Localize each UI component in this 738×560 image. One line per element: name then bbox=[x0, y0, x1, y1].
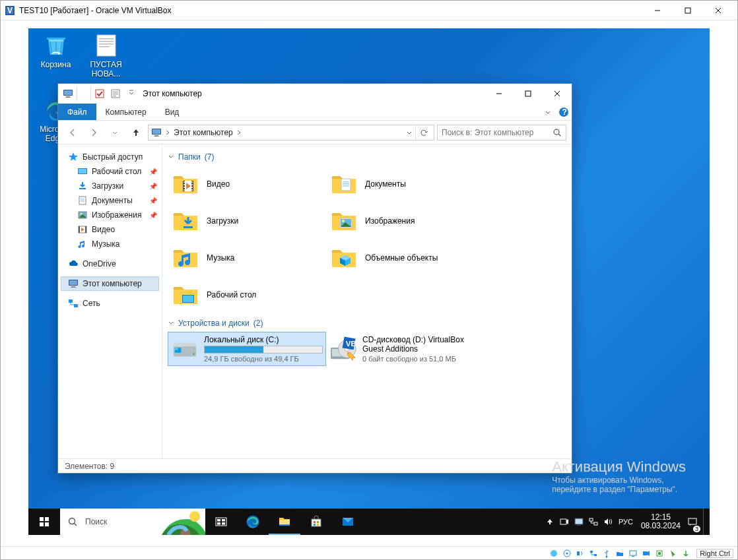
group-folders-header[interactable]: Папки (7) bbox=[168, 152, 566, 162]
breadcrumb-chevron[interactable] bbox=[236, 129, 242, 136]
vbox-usb-indicator-icon[interactable] bbox=[601, 548, 612, 559]
virtualbox-titlebar[interactable]: TEST10 [Работает] - Oracle VM VirtualBox bbox=[1, 1, 737, 20]
tray-volume-icon[interactable] bbox=[601, 509, 615, 535]
group-twisty-icon[interactable] bbox=[168, 320, 174, 327]
vbox-audio-indicator-icon[interactable] bbox=[575, 548, 586, 559]
explorer-maximize-button[interactable] bbox=[514, 84, 543, 104]
taskbar[interactable]: Поиск РУС 12:15 0 bbox=[28, 509, 710, 535]
breadcrumb-root-chevron[interactable] bbox=[164, 129, 171, 136]
guest-desktop[interactable]: Корзина ПУСТАЯ НОВА... Microsoft Edg... bbox=[28, 28, 710, 535]
vbox-shared-folders-indicator-icon[interactable] bbox=[615, 548, 625, 559]
file-explorer-window[interactable]: Этот компьютер Файл Компьютер Вид ? bbox=[57, 83, 572, 474]
folder-3d-objects[interactable]: Объемные объекты bbox=[326, 239, 485, 276]
nav-qa-pictures[interactable]: Изображения📌 bbox=[61, 208, 159, 222]
nav-qa-documents[interactable]: Документы📌 bbox=[61, 193, 159, 208]
taskbar-store[interactable] bbox=[300, 509, 332, 535]
navigation-pane[interactable]: Быстрый доступ Рабочий стол📌 Загрузки📌 Д… bbox=[58, 144, 162, 458]
qat-new-folder-icon[interactable] bbox=[108, 86, 123, 101]
folder-downloads[interactable]: Загрузки bbox=[168, 202, 326, 239]
folder-pictures[interactable]: Изображения bbox=[326, 202, 485, 239]
watermark-line2: перейдите в раздел "Параметры". bbox=[552, 485, 686, 494]
breadcrumb-this-pc[interactable]: Этот компьютер bbox=[174, 128, 233, 137]
tray-clock[interactable]: 12:15 08.03.2024 bbox=[637, 513, 685, 530]
nav-up-button[interactable] bbox=[127, 123, 145, 142]
nav-qa-downloads[interactable]: Загрузки📌 bbox=[61, 179, 159, 193]
vbox-network-indicator-icon[interactable] bbox=[588, 548, 599, 559]
tray-network-icon[interactable] bbox=[587, 509, 600, 535]
start-button[interactable] bbox=[28, 509, 60, 535]
svg-rect-89 bbox=[525, 91, 531, 96]
ribbon-tab-view[interactable]: Вид bbox=[156, 104, 189, 120]
host-key-indicator[interactable]: Right Ctrl bbox=[696, 549, 733, 558]
taskbar-file-explorer[interactable] bbox=[269, 509, 300, 535]
nav-qa-desktop[interactable]: Рабочий стол📌 bbox=[61, 164, 159, 179]
nav-qa-videos[interactable]: Видео bbox=[61, 222, 159, 237]
vbox-display-indicator-icon[interactable] bbox=[628, 548, 638, 559]
tray-meet-now-icon[interactable] bbox=[558, 509, 571, 535]
group-drives-header[interactable]: Устройства и диски (2) bbox=[168, 319, 566, 328]
tray-language[interactable]: РУС bbox=[616, 518, 636, 526]
nav-this-pc[interactable]: Этот компьютер bbox=[61, 276, 159, 291]
group-count: (2) bbox=[253, 319, 263, 328]
explorer-minimize-button[interactable] bbox=[485, 84, 514, 104]
help-icon[interactable]: ? bbox=[556, 104, 572, 120]
drive-d-cd[interactable]: CD-дисковод (D:) VirtualBox Guest Additi… bbox=[326, 332, 485, 366]
address-box[interactable]: Этот компьютер bbox=[148, 125, 434, 140]
vbox-recording-indicator-icon[interactable] bbox=[641, 548, 652, 559]
taskbar-edge[interactable] bbox=[237, 509, 269, 535]
vbox-cpu-indicator-icon[interactable] bbox=[654, 548, 665, 559]
folder-videos[interactable]: Видео bbox=[168, 166, 326, 202]
ribbon-expand-icon[interactable] bbox=[540, 104, 556, 120]
svg-marker-120 bbox=[648, 551, 650, 556]
vbox-optical-indicator-icon[interactable] bbox=[562, 548, 572, 559]
vbox-hdd-indicator-icon[interactable] bbox=[549, 548, 559, 559]
desktop-icon-text-file[interactable]: ПУСТАЯ НОВА... bbox=[81, 32, 131, 78]
nav-network[interactable]: Сеть bbox=[61, 296, 159, 311]
explorer-titlebar[interactable]: Этот компьютер bbox=[58, 84, 572, 104]
tray-action-center-icon[interactable]: 3 bbox=[686, 509, 699, 535]
ribbon-tab-computer[interactable]: Компьютер bbox=[96, 104, 156, 120]
group-twisty-icon[interactable] bbox=[168, 154, 174, 160]
host-close-button[interactable] bbox=[703, 1, 733, 20]
drive-free-text: 24,9 ГБ свободно из 49,4 ГБ bbox=[204, 355, 323, 363]
folder-label: Объемные объекты bbox=[365, 253, 438, 263]
drive-c[interactable]: Локальный диск (C:) 24,9 ГБ свободно из … bbox=[168, 332, 326, 366]
host-maximize-button[interactable] bbox=[673, 1, 703, 20]
host-minimize-button[interactable] bbox=[642, 1, 673, 20]
nav-forward-button[interactable] bbox=[84, 123, 103, 142]
search-box[interactable] bbox=[437, 125, 566, 140]
vbox-keyboard-indicator-icon[interactable] bbox=[681, 548, 691, 559]
explorer-close-button[interactable] bbox=[543, 84, 572, 104]
folder-label: Рабочий стол bbox=[207, 290, 256, 299]
svg-rect-100 bbox=[81, 201, 84, 202]
taskbar-search[interactable]: Поиск bbox=[60, 509, 205, 535]
system-tray[interactable]: РУС 12:15 08.03.2024 3 bbox=[541, 509, 710, 535]
show-desktop-button[interactable] bbox=[703, 509, 707, 535]
nav-onedrive[interactable]: OneDrive bbox=[61, 257, 159, 271]
desktop-icon-recycle-bin[interactable]: Корзина bbox=[31, 32, 81, 69]
folder-documents[interactable]: Документы bbox=[326, 166, 485, 202]
tray-overflow-icon[interactable] bbox=[543, 509, 556, 535]
refresh-button[interactable] bbox=[415, 125, 431, 140]
qat-dropdown-icon[interactable] bbox=[124, 86, 139, 101]
tray-vm-display-icon[interactable] bbox=[572, 509, 586, 535]
pin-icon: 📌 bbox=[149, 212, 157, 219]
nav-qa-music[interactable]: Музыка bbox=[61, 237, 159, 251]
notification-badge: 3 bbox=[693, 526, 700, 532]
nav-label: Документы bbox=[92, 196, 133, 205]
taskbar-mail[interactable] bbox=[332, 509, 364, 535]
task-view-button[interactable] bbox=[205, 509, 237, 535]
drive-usage-bar bbox=[204, 346, 323, 354]
nav-back-button[interactable] bbox=[63, 123, 82, 142]
address-history-dropdown[interactable] bbox=[406, 129, 413, 136]
nav-recent-dropdown[interactable] bbox=[106, 123, 124, 142]
ribbon-tab-file[interactable]: Файл bbox=[58, 104, 96, 120]
content-pane[interactable]: Папки (7) Видео Документы Загрузки Изобр… bbox=[162, 144, 572, 458]
folder-desktop[interactable]: Рабочий стол bbox=[168, 276, 326, 313]
search-input[interactable] bbox=[442, 128, 553, 137]
folder-music[interactable]: Музыка bbox=[168, 239, 326, 276]
vbox-mouse-indicator-icon[interactable] bbox=[667, 548, 678, 559]
qat-properties-icon[interactable] bbox=[92, 86, 107, 101]
nav-quick-access[interactable]: Быстрый доступ bbox=[61, 150, 159, 164]
virtualbox-title: TEST10 [Работает] - Oracle VM VirtualBox bbox=[19, 6, 172, 15]
